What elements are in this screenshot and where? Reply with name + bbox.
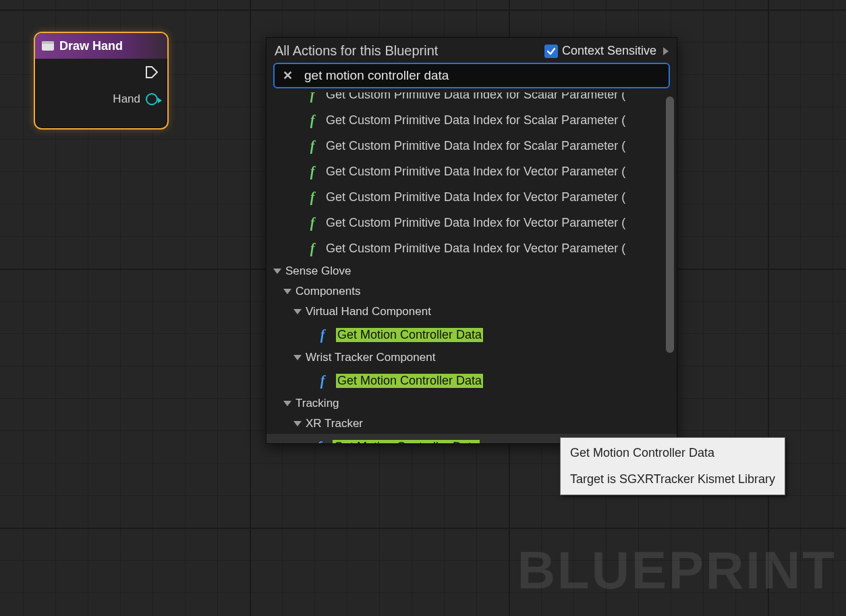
category-tracking[interactable]: Tracking (266, 393, 677, 414)
hand-output-pin[interactable]: Hand (113, 92, 158, 106)
function-item[interactable]: fGet Custom Primitive Data Index for Sca… (266, 133, 677, 159)
favorite-star-icon[interactable]: ☆ (300, 441, 312, 444)
function-item-get-motion-controller-data[interactable]: fGet Motion Controller Data (266, 368, 677, 393)
node-title: Draw Hand (59, 39, 123, 53)
function-label: Get Custom Primitive Data Index for Vect… (326, 165, 625, 179)
struct-pin-icon (146, 93, 158, 105)
tooltip-title: Get Motion Controller Data (570, 446, 775, 460)
function-label: Get Custom Primitive Data Index for Scal… (326, 139, 625, 153)
chevron-right-icon (663, 47, 669, 55)
function-icon: f (312, 439, 326, 444)
tooltip: Get Motion Controller Data Target is SGX… (560, 437, 785, 495)
category-components[interactable]: Components (266, 281, 677, 302)
action-list[interactable]: fGet Custom Primitive Data Index for Sca… (266, 92, 677, 443)
function-item[interactable]: fGet Custom Primitive Data Index for Vec… (266, 159, 677, 184)
function-icon: f (306, 190, 319, 205)
clear-search-icon[interactable]: ✕ (280, 68, 295, 83)
function-item[interactable]: fGet Custom Primitive Data Index for Sca… (266, 92, 677, 107)
tooltip-target: Target is SGXRTracker Kismet Library (570, 472, 775, 486)
scrollbar[interactable] (666, 96, 674, 353)
category-label: Sense Glove (285, 264, 351, 278)
expand-arrow-icon (293, 309, 302, 314)
category-virtual-hand-component[interactable]: Virtual Hand Component (266, 302, 677, 322)
function-item[interactable]: fGet Custom Primitive Data Index for Sca… (266, 107, 677, 133)
function-item[interactable]: fGet Custom Primitive Data Index for Vec… (266, 235, 677, 261)
function-icon: f (316, 327, 329, 343)
function-label: Get Custom Primitive Data Index for Vect… (326, 216, 625, 230)
function-icon: f (316, 373, 329, 389)
expand-arrow-icon (283, 289, 291, 294)
node-header[interactable]: Draw Hand (35, 33, 167, 59)
action-menu-header: All Actions for this Blueprint Context S… (266, 38, 677, 63)
category-label: Virtual Hand Component (306, 305, 431, 318)
function-label-match: Get Motion Controller Data (336, 328, 483, 342)
node-event-icon (42, 41, 54, 51)
category-sense-glove[interactable]: Sense Glove (266, 261, 677, 281)
function-label: Get Custom Primitive Data Index for Vect… (326, 242, 625, 256)
draw-hand-node[interactable]: Draw Hand Hand (34, 32, 169, 130)
expand-arrow-icon (293, 355, 302, 360)
category-label: Wrist Tracker Component (306, 351, 435, 364)
category-label: XR Tracker (306, 417, 363, 430)
function-label: Get Custom Primitive Data Index for Scal… (326, 113, 625, 128)
function-item-get-motion-controller-data[interactable]: fGet Motion Controller Data (266, 322, 677, 347)
function-label-match: Get Motion Controller Data (336, 374, 483, 388)
function-icon: f (306, 113, 319, 128)
category-wrist-tracker-component[interactable]: Wrist Tracker Component (266, 347, 677, 368)
function-item[interactable]: fGet Custom Primitive Data Index for Vec… (266, 210, 677, 235)
expand-arrow-icon (273, 269, 281, 274)
checkbox-checked-icon (544, 45, 558, 58)
function-label: Get Custom Primitive Data Index for Vect… (326, 190, 625, 204)
function-icon: f (306, 215, 319, 231)
exec-output-pin[interactable] (146, 65, 158, 79)
category-label: Components (295, 285, 360, 298)
blueprint-watermark: BLUEPRINT (517, 540, 837, 601)
category-label: Tracking (295, 397, 339, 410)
function-icon: f (306, 92, 319, 103)
function-item[interactable]: fGet Custom Primitive Data Index for Vec… (266, 184, 677, 210)
category-xr-tracker[interactable]: XR Tracker (266, 414, 677, 434)
expand-arrow-icon (293, 421, 302, 426)
function-icon: f (306, 241, 319, 256)
function-label: Get Custom Primitive Data Index for Scal… (326, 92, 625, 102)
search-input[interactable] (295, 68, 663, 83)
blueprint-action-menu: All Actions for this Blueprint Context S… (266, 37, 677, 444)
pin-label: Hand (113, 92, 140, 106)
node-body: Hand (35, 59, 167, 114)
function-icon: f (306, 164, 319, 179)
context-sensitive-toggle[interactable]: Context Sensitive (544, 44, 669, 58)
action-menu-title: All Actions for this Blueprint (275, 43, 438, 59)
function-label-match: Get Motion Controller Data (333, 440, 480, 444)
function-icon: f (306, 138, 319, 154)
action-search-field[interactable]: ✕ (273, 63, 670, 88)
expand-arrow-icon (283, 401, 291, 406)
context-sensitive-label: Context Sensitive (562, 44, 656, 58)
exec-pin-icon (146, 65, 158, 79)
